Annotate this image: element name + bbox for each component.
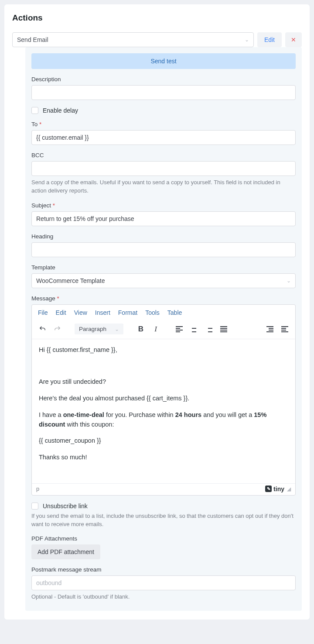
to-input[interactable] xyxy=(31,130,296,145)
menu-format[interactable]: Format xyxy=(118,309,137,316)
editor-line: Here's the deal you almost purchased {{ … xyxy=(39,394,288,403)
bold-icon[interactable]: B xyxy=(135,323,147,335)
close-icon: ✕ xyxy=(291,36,296,43)
tiny-icon: ✎ xyxy=(265,486,272,492)
action-header-row: Send Email ⌄ Edit ✕ xyxy=(12,32,302,47)
page-title: Actions xyxy=(12,13,302,23)
to-label: To * xyxy=(31,121,296,127)
chevron-down-icon: ⌄ xyxy=(287,278,291,284)
close-button[interactable]: ✕ xyxy=(285,32,302,47)
align-right-icon[interactable] xyxy=(203,323,215,335)
editor-toolbar: Paragraph ⌄ B I xyxy=(32,320,295,339)
description-input[interactable] xyxy=(31,85,296,100)
enable-delay-label: Enable delay xyxy=(43,107,78,114)
editor-path[interactable]: p xyxy=(36,486,39,492)
editor-content[interactable]: Hi {{ customer.first_name }}, Are you st… xyxy=(32,339,295,483)
action-config-panel: Send test Description Enable delay To * … xyxy=(25,47,302,611)
editor-line: Hi {{ customer.first_name }}, xyxy=(39,345,288,355)
editor-line: I have a one-time-deal for you. Purchase… xyxy=(39,410,288,430)
indent-icon[interactable] xyxy=(279,323,291,335)
editor-menubar: File Edit View Insert Format Tools Table xyxy=(32,305,295,320)
menu-table[interactable]: Table xyxy=(167,309,182,316)
heading-label: Heading xyxy=(31,233,296,240)
editor-statusbar: p ✎ tiny ◢ xyxy=(32,483,295,495)
align-justify-icon[interactable] xyxy=(218,323,230,335)
resize-handle-icon[interactable]: ◢ xyxy=(287,486,291,492)
action-type-value: Send Email xyxy=(17,36,48,43)
align-left-icon[interactable] xyxy=(173,323,185,335)
chevron-down-icon: ⌄ xyxy=(245,37,249,43)
outdent-icon[interactable] xyxy=(264,323,276,335)
subject-label: Subject * xyxy=(31,202,296,209)
template-select[interactable]: WooCommerce Template ⌄ xyxy=(31,273,296,288)
tiny-logo: ✎ tiny xyxy=(265,486,284,492)
postmark-label: Postmark message stream xyxy=(31,566,296,573)
rich-text-editor: File Edit View Insert Format Tools Table xyxy=(31,304,296,496)
italic-icon[interactable]: I xyxy=(150,323,162,335)
undo-icon[interactable] xyxy=(36,323,48,335)
menu-insert[interactable]: Insert xyxy=(95,309,110,316)
message-label: Message * xyxy=(31,295,296,302)
postmark-help-text: Optional - Default is 'outbound' if blan… xyxy=(31,593,296,601)
actions-card: Actions Send Email ⌄ Edit ✕ Send test De… xyxy=(4,4,310,620)
add-pdf-button[interactable]: Add PDF attachment xyxy=(31,544,100,559)
edit-button[interactable]: Edit xyxy=(257,32,282,47)
unsubscribe-label: Unsubscribe link xyxy=(43,503,88,510)
template-value: WooCommerce Template xyxy=(36,277,105,284)
heading-input[interactable] xyxy=(31,242,296,257)
subject-input[interactable] xyxy=(31,211,296,226)
menu-file[interactable]: File xyxy=(38,309,48,316)
enable-delay-checkbox[interactable] xyxy=(31,107,38,114)
block-style-select[interactable]: Paragraph ⌄ xyxy=(75,324,123,334)
editor-line: Are you still undecided? xyxy=(39,377,288,387)
align-center-icon[interactable] xyxy=(188,323,200,335)
postmark-input[interactable] xyxy=(31,575,296,590)
bcc-input[interactable] xyxy=(31,161,296,176)
template-label: Template xyxy=(31,264,296,271)
redo-icon[interactable] xyxy=(51,323,63,335)
unsubscribe-help-text: If you send the email to a list, include… xyxy=(31,512,296,529)
menu-edit[interactable]: Edit xyxy=(56,309,66,316)
bcc-label: BCC xyxy=(31,152,296,158)
editor-line: Thanks so much! xyxy=(39,453,288,462)
editor-line: {{ customer_coupon }} xyxy=(39,436,288,446)
send-test-button[interactable]: Send test xyxy=(31,53,296,69)
menu-view[interactable]: View xyxy=(74,309,87,316)
pdf-attachments-label: PDF Attachments xyxy=(31,535,296,542)
action-type-select[interactable]: Send Email ⌄ xyxy=(12,32,254,47)
unsubscribe-checkbox[interactable] xyxy=(31,503,38,510)
menu-tools[interactable]: Tools xyxy=(145,309,160,316)
bcc-help-text: Send a copy of the emails. Useful if you… xyxy=(31,179,296,195)
chevron-down-icon: ⌄ xyxy=(115,326,119,332)
description-label: Description xyxy=(31,76,296,83)
